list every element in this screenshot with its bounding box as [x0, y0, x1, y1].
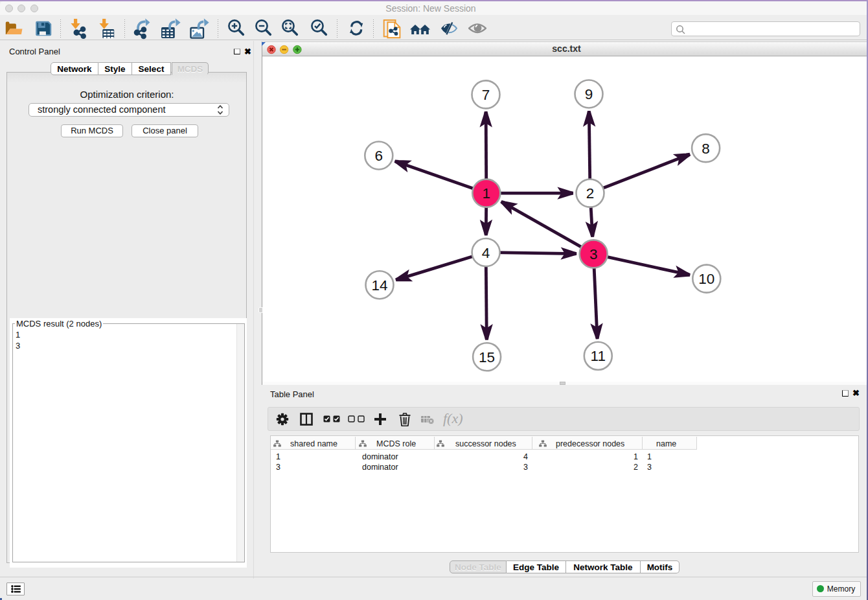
svg-text:9: 9 — [585, 86, 593, 102]
svg-text:14: 14 — [371, 277, 387, 293]
svg-text:15: 15 — [479, 349, 495, 365]
svg-text:8: 8 — [702, 140, 710, 156]
svg-text:1: 1 — [483, 185, 491, 202]
svg-text:3: 3 — [589, 246, 598, 262]
svg-text:4: 4 — [482, 244, 490, 260]
svg-text:6: 6 — [375, 148, 383, 164]
svg-text:7: 7 — [482, 86, 490, 102]
svg-text:11: 11 — [591, 348, 606, 364]
svg-text:2: 2 — [586, 185, 595, 202]
svg-text:10: 10 — [698, 271, 714, 287]
